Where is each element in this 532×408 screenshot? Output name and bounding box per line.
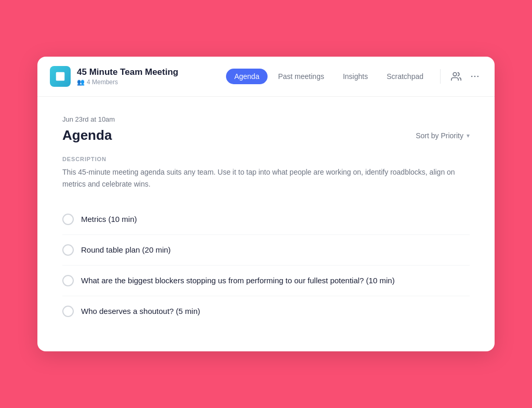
- agenda-item[interactable]: What are the biggest blockers stopping u…: [62, 266, 470, 296]
- header-actions: [440, 69, 482, 84]
- agenda-checkbox-4[interactable]: [62, 306, 74, 317]
- description-text: This 45-minute meeting agenda suits any …: [62, 166, 470, 190]
- tab-insights[interactable]: Insights: [335, 69, 376, 84]
- agenda-item-text-3: What are the biggest blockers stopping u…: [81, 276, 395, 285]
- svg-point-3: [453, 73, 457, 76]
- agenda-title: Agenda: [62, 127, 112, 143]
- agenda-item-text-2: Round table plan (20 min): [81, 245, 171, 254]
- meeting-title: 45 Minute Team Meeting: [77, 67, 226, 77]
- agenda-item-text-1: Metrics (10 min): [81, 215, 137, 223]
- description-label: DESCRIPTION: [62, 156, 470, 162]
- app-icon: [50, 66, 71, 87]
- meeting-icon: [55, 71, 66, 82]
- main-card: 45 Minute Team Meeting 👥 4 Members Agend…: [37, 57, 495, 351]
- agenda-items-list: Metrics (10 min) Round table plan (20 mi…: [62, 204, 470, 326]
- agenda-item-text-4: Who deserves a shoutout? (5 min): [81, 307, 200, 315]
- svg-point-4: [471, 76, 473, 77]
- people-icon: [451, 71, 461, 82]
- header: 45 Minute Team Meeting 👥 4 Members Agend…: [37, 57, 495, 97]
- sort-control[interactable]: Sort by Priority ▾: [416, 131, 470, 140]
- agenda-header-row: Agenda Sort by Priority ▾: [62, 127, 470, 143]
- more-button[interactable]: [468, 69, 482, 84]
- nav-tabs: Agenda Past meetings Insights Scratchpad: [226, 69, 432, 84]
- members-count-label: 4 Members: [87, 78, 118, 86]
- date-label: Jun 23rd at 10am: [62, 115, 470, 123]
- agenda-item[interactable]: Metrics (10 min): [62, 204, 470, 235]
- agenda-checkbox-1[interactable]: [62, 214, 74, 225]
- agenda-item[interactable]: Who deserves a shoutout? (5 min): [62, 296, 470, 326]
- tab-scratchpad[interactable]: Scratchpad: [378, 69, 432, 84]
- svg-point-6: [477, 76, 479, 77]
- meeting-members: 👥 4 Members: [77, 78, 226, 86]
- agenda-item[interactable]: Round table plan (20 min): [62, 235, 470, 266]
- description-section: DESCRIPTION This 45-minute meeting agend…: [62, 156, 470, 190]
- main-content: Jun 23rd at 10am Agenda Sort by Priority…: [37, 97, 495, 351]
- svg-rect-0: [56, 72, 65, 81]
- meeting-info: 45 Minute Team Meeting 👥 4 Members: [77, 67, 226, 86]
- more-dots-icon: [470, 71, 480, 82]
- sort-arrow-icon: ▾: [467, 132, 470, 139]
- tab-past-meetings[interactable]: Past meetings: [270, 69, 332, 84]
- tab-agenda[interactable]: Agenda: [226, 69, 268, 84]
- svg-point-5: [474, 76, 476, 77]
- members-icon: 👥: [77, 78, 85, 86]
- people-button[interactable]: [449, 69, 463, 84]
- agenda-checkbox-2[interactable]: [62, 244, 74, 256]
- sort-label: Sort by Priority: [416, 131, 463, 140]
- agenda-checkbox-3[interactable]: [62, 275, 74, 286]
